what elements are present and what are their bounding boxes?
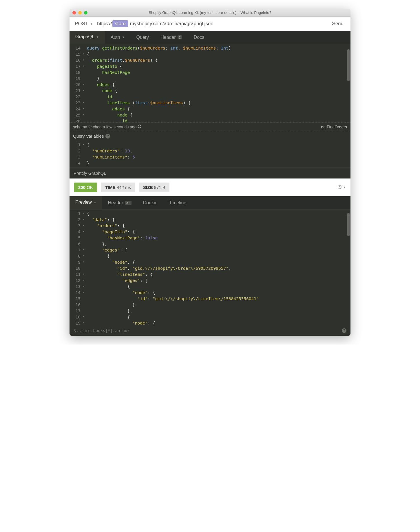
operation-name[interactable]: getFirstOrders	[321, 125, 347, 129]
query-variables-editor[interactable]: 1▾{2 "numOrders": 10,3 "numLineItems": 5…	[70, 141, 350, 167]
fold-toggle[interactable]: ▾	[83, 229, 87, 235]
tab-header[interactable]: Header 2	[155, 31, 188, 43]
code-content: node {	[87, 112, 350, 118]
url-variable-chip[interactable]: store	[112, 20, 128, 27]
tab-cookie[interactable]: Cookie	[137, 197, 163, 209]
code-line: 25▾ node {	[71, 112, 350, 118]
fold-toggle[interactable]: ▾	[83, 278, 87, 284]
fold-toggle[interactable]: ▾	[83, 142, 87, 148]
tab-response-header-label: Header	[108, 200, 123, 205]
fold-toggle[interactable]: ▾	[83, 247, 87, 253]
response-body-viewer[interactable]: 1▾{2▾ "data": {3▾ "orders": {4▾ "pageInf…	[70, 209, 350, 325]
line-number: 22	[71, 94, 83, 100]
code-content: }	[87, 302, 350, 308]
scrollbar-thumb[interactable]	[347, 49, 350, 81]
code-content: "edges": [	[87, 247, 350, 253]
code-content: },	[87, 241, 350, 247]
minimize-window-button[interactable]	[78, 11, 82, 14]
code-content: {	[87, 142, 350, 148]
fold-toggle[interactable]: ▾	[83, 217, 87, 223]
fold-toggle	[83, 148, 87, 154]
code-line: 14▾ "node": {	[71, 290, 350, 296]
fold-toggle[interactable]: ▾	[83, 88, 87, 94]
tab-auth[interactable]: Auth ▼	[105, 31, 131, 43]
line-number: 26	[71, 118, 83, 122]
scrollbar-thumb[interactable]	[347, 213, 350, 236]
query-variables-header[interactable]: Query Variables ?	[70, 131, 350, 141]
tab-timeline[interactable]: Timeline	[163, 197, 192, 209]
fold-toggle[interactable]: ▾	[83, 211, 87, 217]
code-line: 3 "numLineItems": 5	[71, 154, 350, 160]
graphql-query-editor[interactable]: 14query getFirstOrders($numOrders: Int, …	[70, 44, 350, 122]
fold-toggle[interactable]: ▾	[83, 320, 87, 325]
code-line: 6 },	[71, 241, 350, 247]
request-tabs: GraphQL ▼ Auth ▼ Query Header 2 Docs	[70, 31, 350, 44]
line-number: 2	[71, 217, 83, 223]
line-number: 7	[71, 247, 83, 253]
http-method-dropdown[interactable]: POST ▼	[75, 21, 93, 27]
fold-toggle[interactable]: ▾	[83, 82, 87, 88]
code-line: 10 "id": "gid:\/\/shopify\/Order\/690572…	[71, 265, 350, 272]
code-line: 26 id	[71, 118, 350, 122]
line-number: 21	[71, 88, 83, 94]
fold-toggle[interactable]: ▾	[83, 112, 87, 118]
fold-toggle[interactable]: ▾	[83, 253, 87, 259]
maximize-window-button[interactable]	[84, 11, 87, 14]
chevron-down-icon: ▼	[90, 22, 93, 25]
time-badge: TIME 442 ms	[101, 183, 135, 192]
window-title: Shopify GraphQL Learning Kit (my-test-st…	[72, 10, 348, 15]
send-button[interactable]: Send	[330, 21, 345, 27]
fold-toggle[interactable]: ▾	[83, 290, 87, 296]
tab-timeline-label: Timeline	[169, 200, 186, 205]
tab-query[interactable]: Query	[131, 31, 155, 43]
response-tabs: Preview ▼ Header 31 Cookie Timeline	[70, 196, 350, 209]
tab-response-header[interactable]: Header 31	[102, 197, 137, 209]
help-icon[interactable]: ?	[342, 328, 346, 333]
size-value: 971 B	[154, 185, 165, 190]
code-line: 2 "numOrders": 10,	[71, 148, 350, 154]
history-dropdown[interactable]: ▼	[337, 185, 346, 190]
line-number: 17	[71, 63, 83, 70]
code-content: "numOrders": 10,	[87, 148, 350, 154]
code-content: id	[87, 118, 350, 122]
fold-toggle[interactable]: ▾	[83, 63, 87, 70]
code-line: 14query getFirstOrders($numOrders: Int, …	[71, 45, 350, 51]
code-content: "data": {	[87, 217, 350, 223]
tab-preview[interactable]: Preview ▼	[70, 196, 102, 209]
tab-docs[interactable]: Docs	[188, 31, 210, 43]
time-label: TIME	[105, 185, 116, 190]
fold-toggle[interactable]: ▾	[83, 100, 87, 106]
fold-toggle	[83, 296, 87, 302]
code-line: 12▾ "edges": [	[71, 278, 350, 284]
titlebar: Shopify GraphQL Learning Kit (my-test-st…	[70, 9, 350, 17]
code-content: "numLineItems": 5	[87, 154, 350, 160]
code-line: 11▾ "lineItems": {	[71, 272, 350, 278]
code-content: lineItems (first:$numLineItems) {	[87, 100, 350, 106]
code-line: 4▾ "pageInfo": {	[71, 229, 350, 235]
code-content: node {	[87, 88, 350, 94]
close-window-button[interactable]	[72, 11, 76, 14]
prettify-button[interactable]: Prettify GraphQL	[70, 167, 350, 178]
code-line: 19 }	[71, 76, 350, 82]
refresh-icon[interactable]	[138, 124, 142, 129]
fold-toggle[interactable]: ▾	[83, 284, 87, 290]
line-number: 12	[71, 278, 83, 284]
fold-toggle[interactable]: ▾	[83, 259, 87, 265]
jsonpath-filter-bar: $.store.books[*].author ?	[70, 325, 350, 336]
fold-toggle	[83, 70, 87, 76]
fold-toggle[interactable]: ▾	[83, 314, 87, 320]
fold-toggle[interactable]: ▾	[83, 223, 87, 229]
jsonpath-input[interactable]: $.store.books[*].author	[74, 328, 130, 333]
help-icon[interactable]: ?	[105, 134, 110, 139]
line-number: 1	[71, 211, 83, 217]
tab-graphql[interactable]: GraphQL ▼	[70, 31, 105, 44]
code-content: {	[87, 211, 350, 217]
fold-toggle[interactable]: ▾	[83, 57, 87, 63]
fold-toggle[interactable]: ▾	[83, 272, 87, 278]
fold-toggle[interactable]: ▾	[83, 51, 87, 57]
fold-toggle[interactable]: ▾	[83, 106, 87, 112]
url-input[interactable]: https://store.myshopify.com/admin/api/gr…	[97, 21, 326, 27]
time-value: 442 ms	[117, 185, 131, 190]
code-content: {	[87, 253, 350, 259]
line-number: 19	[71, 320, 83, 325]
